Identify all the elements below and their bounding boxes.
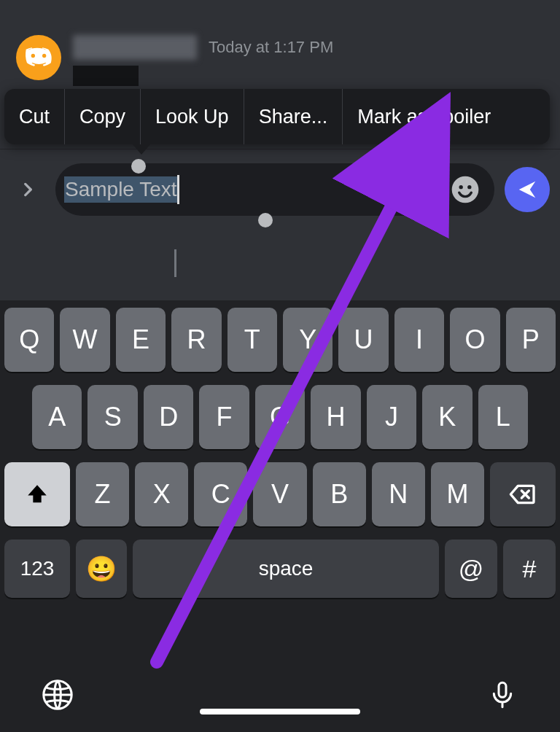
svg-rect-4	[499, 682, 506, 697]
svg-point-1	[459, 185, 463, 189]
smile-icon	[451, 175, 480, 204]
ios-keyboard: Q W E R T Y U I O P A S D F G H J K L Z …	[0, 300, 560, 732]
menu-share[interactable]: Share...	[244, 89, 343, 144]
send-icon	[516, 179, 538, 200]
key-t[interactable]: T	[228, 308, 277, 372]
context-menu-caret	[133, 144, 150, 155]
key-d[interactable]: D	[144, 385, 193, 449]
key-c[interactable]: C	[194, 462, 247, 526]
divider	[0, 149, 560, 149]
backspace-icon	[508, 480, 537, 509]
key-at[interactable]: @	[445, 540, 497, 598]
text-cursor	[177, 175, 179, 204]
key-p[interactable]: P	[506, 308, 556, 372]
key-o[interactable]: O	[450, 308, 499, 372]
key-r[interactable]: R	[171, 308, 221, 372]
key-backspace[interactable]	[490, 462, 556, 526]
message-body: Today at 1:17 PM	[73, 35, 544, 86]
message-timestamp: Today at 1:17 PM	[209, 38, 333, 57]
selection-handle-end[interactable]	[258, 213, 273, 227]
key-l[interactable]: L	[478, 385, 528, 449]
key-n[interactable]: N	[372, 462, 425, 526]
avatar[interactable]	[16, 35, 61, 80]
expand-actions-button[interactable]	[10, 172, 45, 207]
key-z[interactable]: Z	[76, 462, 129, 526]
keyboard-row-1: Q W E R T Y U I O P	[4, 308, 556, 372]
globe-icon	[41, 678, 74, 712]
chevron-right-icon	[18, 180, 37, 199]
key-q[interactable]: Q	[4, 308, 54, 372]
message-row: Today at 1:17 PM	[16, 35, 544, 86]
key-s[interactable]: S	[88, 385, 137, 449]
key-j[interactable]: J	[367, 385, 416, 449]
key-y[interactable]: Y	[283, 308, 332, 372]
svg-point-2	[467, 185, 471, 189]
menu-cut[interactable]: Cut	[4, 89, 65, 144]
key-i[interactable]: I	[394, 308, 444, 372]
key-m[interactable]: M	[431, 462, 484, 526]
idle-caret	[174, 249, 176, 277]
key-u[interactable]: U	[338, 308, 388, 372]
key-numeric[interactable]: 123	[4, 540, 70, 598]
key-space[interactable]: space	[133, 540, 439, 598]
home-indicator[interactable]	[200, 709, 360, 715]
text-context-menu: Cut Copy Look Up Share... Mark as spoile…	[4, 89, 550, 144]
globe-button[interactable]	[38, 675, 77, 715]
svg-point-0	[452, 176, 479, 203]
emoji-picker-button[interactable]	[451, 175, 480, 204]
menu-lookup[interactable]: Look Up	[141, 89, 244, 144]
menu-mark-spoiler[interactable]: Mark as spoiler	[343, 89, 505, 144]
selection-handle-start[interactable]	[131, 159, 146, 174]
key-emoji[interactable]: 😀	[76, 540, 127, 598]
username-redacted	[73, 35, 197, 60]
menu-copy[interactable]: Copy	[65, 89, 141, 144]
keyboard-row-2: A S D F G H J K L	[4, 385, 556, 449]
dictation-button[interactable]	[483, 675, 522, 715]
key-k[interactable]: K	[422, 385, 472, 449]
microphone-icon	[488, 678, 517, 712]
keyboard-row-4: 123 😀 space @ #	[4, 540, 556, 598]
key-e[interactable]: E	[116, 308, 166, 372]
keyboard-row-3: Z X C V B N M	[4, 462, 556, 526]
discord-logo-icon	[24, 43, 53, 72]
key-v[interactable]: V	[253, 462, 306, 526]
key-b[interactable]: B	[313, 462, 366, 526]
key-g[interactable]: G	[255, 385, 305, 449]
message-input-row: Sample Text	[0, 163, 560, 216]
key-shift[interactable]	[4, 462, 70, 526]
message-input[interactable]: Sample Text	[55, 163, 494, 216]
send-button[interactable]	[505, 167, 550, 212]
key-f[interactable]: F	[199, 385, 249, 449]
message-input-text: Sample Text	[64, 176, 178, 203]
shift-icon	[25, 482, 50, 507]
key-h[interactable]: H	[311, 385, 360, 449]
key-w[interactable]: W	[60, 308, 109, 372]
key-hash[interactable]: #	[503, 540, 556, 598]
key-a[interactable]: A	[32, 385, 82, 449]
message-content-redacted	[73, 66, 139, 86]
key-x[interactable]: X	[135, 462, 188, 526]
